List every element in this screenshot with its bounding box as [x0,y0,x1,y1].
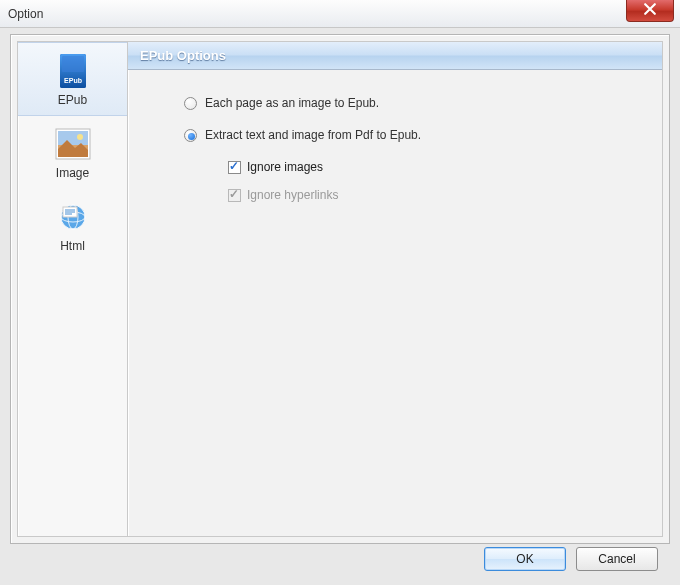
sidebar-item-image[interactable]: Image [18,116,127,189]
option-extract-text[interactable]: Extract text and image from Pdf to Epub. [184,128,662,142]
cancel-button[interactable]: Cancel [576,547,658,571]
sidebar: EPub EPub Image [17,41,127,537]
sidebar-item-html[interactable]: Html [18,189,127,262]
sidebar-item-epub[interactable]: EPub EPub [18,42,127,116]
dialog-buttons: OK Cancel [484,547,658,571]
titlebar: Option [0,0,680,28]
close-button[interactable] [626,0,674,22]
image-icon [18,124,127,164]
svg-text:EPub: EPub [64,77,82,84]
checkbox-ignore-hyperlinks: Ignore hyperlinks [228,188,662,202]
html-icon [18,197,127,237]
option-label: Each page as an image to Epub. [205,96,379,110]
checkbox-label: Ignore hyperlinks [247,188,338,202]
content-header: EPub Options [128,42,662,70]
radio-icon [184,97,197,110]
checkbox-icon [228,189,241,202]
epub-icon: EPub [18,51,127,91]
option-page-as-image[interactable]: Each page as an image to Epub. [184,96,662,110]
option-label: Extract text and image from Pdf to Epub. [205,128,421,142]
sidebar-item-label: Html [18,239,127,253]
svg-point-7 [77,134,83,140]
sub-options: Ignore images Ignore hyperlinks [228,160,662,202]
checkbox-label: Ignore images [247,160,323,174]
close-icon [644,3,656,18]
sidebar-item-label: Image [18,166,127,180]
svg-rect-2 [62,56,84,72]
ok-button[interactable]: OK [484,547,566,571]
checkbox-ignore-images[interactable]: Ignore images [228,160,662,174]
sidebar-item-label: EPub [18,93,127,107]
content-body: Each page as an image to Epub. Extract t… [128,70,662,536]
radio-icon [184,129,197,142]
content-pane: EPub Options Each page as an image to Ep… [127,41,663,537]
main-panel: EPub EPub Image [10,34,670,544]
background-blur [110,2,640,20]
client-area: EPub EPub Image [0,28,680,554]
window-title: Option [8,7,43,21]
checkbox-icon [228,161,241,174]
